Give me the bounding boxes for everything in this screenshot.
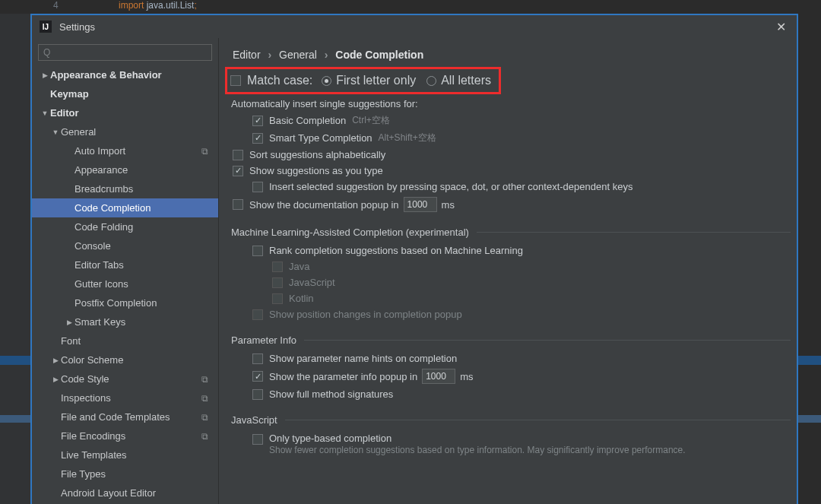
sort-alpha-checkbox[interactable] [233,150,243,160]
smart-completion-label: Smart Type Completion [269,132,372,144]
tree-item-label: Font [61,335,212,347]
param-section-header: Parameter Info [231,334,791,346]
ml-rank-label: Rank completion suggestions based on Mac… [269,245,523,256]
insert-selected-checkbox[interactable] [252,182,263,192]
js-only-type-desc: Show fewer completion suggestions based … [269,445,686,455]
tree-item[interactable]: Postfix Completion [32,293,218,312]
param-popup-unit: ms [460,371,473,382]
search-input[interactable] [53,47,207,58]
tree-item[interactable]: ▶Color Scheme [32,350,218,369]
tree-item-label: Color Scheme [61,354,212,366]
doc-popup-checkbox[interactable] [233,199,243,210]
ml-lang-checkbox[interactable] [272,277,283,288]
first-letter-radio[interactable] [322,76,331,86]
tree-item[interactable]: Inspections⧉ [32,388,218,407]
ml-rank-checkbox[interactable] [252,246,263,256]
show-as-you-type-label: Show suggestions as you type [249,165,383,176]
tree-item[interactable]: ▶Appearance & Behavior [32,65,218,84]
tree-item-label: Inspections [61,392,201,404]
ml-position-checkbox[interactable] [252,309,263,320]
param-popup-checkbox[interactable] [252,371,263,382]
param-popup-input[interactable] [422,369,455,384]
settings-tree[interactable]: ▶Appearance & BehaviorKeymap▼Editor▼Gene… [32,65,218,504]
tree-item[interactable]: Auto Import⧉ [32,141,218,160]
tree-item-label: Auto Import [74,145,201,157]
js-only-type-checkbox[interactable] [252,434,263,445]
chevron-right-icon: › [268,49,271,61]
doc-popup-input[interactable] [404,197,437,212]
bg-code-line: 4 import java.util.List; [0,0,821,14]
doc-popup-label: Show the documentation popup in [249,199,399,211]
ml-lang-label: Java [289,261,309,272]
chevron-right-icon: ▶ [50,357,61,364]
tree-item-label: Android Layout Editor [61,487,212,499]
insert-selected-label: Insert selected suggestion by pressing s… [269,181,632,192]
tree-item-label: Postfix Completion [74,297,212,309]
param-hints-label: Show parameter name hints on completion [269,353,457,364]
ml-position-label: Show position changes in completion popu… [269,309,462,320]
tree-item[interactable]: Console [32,236,218,255]
tree-item-label: Gutter Icons [74,278,212,290]
tree-item[interactable]: Font [32,331,218,350]
chevron-down-icon: ▼ [50,128,61,136]
tree-item[interactable]: Android Layout Editor [32,483,218,502]
tree-item[interactable]: File and Code Templates⧉ [32,407,218,426]
auto-insert-header: Automatically insert single suggestions … [225,96,791,112]
tree-item[interactable]: Editor Tabs [32,255,218,274]
tree-item-label: File Types [61,468,212,480]
tree-item[interactable]: ▶Smart Keys [32,312,218,331]
smart-shortcut: Alt+Shift+空格 [379,132,436,144]
tree-item[interactable]: Code Folding [32,217,218,236]
tree-item-label: Live Templates [61,449,212,461]
tree-item-label: Breadcrumbs [74,183,212,195]
tree-item-label: Console [74,240,212,252]
close-icon[interactable]: ✕ [773,18,789,36]
match-case-checkbox[interactable] [230,75,241,86]
scope-icon: ⧉ [201,412,212,423]
app-icon: IJ [40,21,52,33]
tree-item[interactable]: Appearance [32,160,218,179]
full-sig-checkbox[interactable] [252,389,263,400]
ml-lang-checkbox[interactable] [272,293,283,304]
all-letters-label: All letters [441,74,491,87]
ml-lang-label: Kotlin [289,293,314,304]
scope-icon: ⧉ [201,146,212,157]
all-letters-radio[interactable] [426,76,436,86]
breadcrumb-leaf: Code Completion [335,49,423,61]
ml-section-header: Machine Learning-Assisted Completion (ex… [231,227,791,238]
breadcrumb: Editor › General › Code Completion [219,38,797,67]
doc-popup-unit: ms [442,199,455,211]
ml-lang-label: JavaScript [289,277,335,288]
tree-item[interactable]: ▼General [32,122,218,141]
scope-icon: ⧉ [201,374,212,385]
basic-completion-checkbox[interactable] [252,116,263,126]
basic-shortcut: Ctrl+空格 [352,114,390,127]
chevron-right-icon: ▶ [40,71,50,79]
scope-icon: ⧉ [201,393,212,404]
show-as-you-type-checkbox[interactable] [233,166,243,176]
sort-alpha-label: Sort suggestions alphabetically [249,149,385,160]
param-hints-checkbox[interactable] [252,353,263,364]
tree-item[interactable]: Live Templates [32,445,218,464]
chevron-down-icon: ▼ [40,109,50,117]
breadcrumb-part[interactable]: Editor [233,49,261,61]
tree-item[interactable]: ▼Editor [32,103,218,122]
tree-item[interactable]: Breadcrumbs [32,179,218,198]
smart-completion-checkbox[interactable] [252,133,263,144]
chevron-right-icon: ▶ [50,376,61,383]
settings-dialog: IJ Settings ✕ Q ▶Appearance & BehaviorKe… [30,14,798,504]
search-input-wrap[interactable]: Q [38,44,212,61]
tree-item[interactable]: File Encodings⧉ [32,426,218,445]
tree-item[interactable]: Keymap [32,84,218,103]
chevron-right-icon: ▶ [64,319,74,326]
dialog-title: Settings [59,21,95,33]
tree-item[interactable]: File Types [32,464,218,483]
chevron-right-icon: › [325,49,328,61]
tree-item-label: File Encodings [61,430,201,442]
tree-item[interactable]: Code Completion [32,198,218,217]
tree-item[interactable]: ▶Code Style⧉ [32,369,218,388]
breadcrumb-part[interactable]: General [279,49,317,61]
first-letter-label: First letter only [336,74,416,87]
ml-lang-checkbox[interactable] [272,262,283,272]
tree-item[interactable]: Gutter Icons [32,274,218,293]
